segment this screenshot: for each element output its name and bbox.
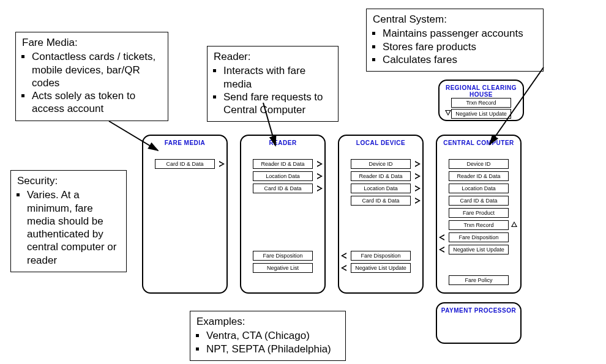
arrow-left-icon	[439, 234, 444, 240]
callout-item: Send fare requests to Central Computer	[223, 91, 332, 117]
callout-fare-media: Fare Media: Contactless cards / tickets,…	[15, 32, 168, 121]
slot-negative-list-update: Negative List Update	[351, 263, 411, 273]
callout-item: Calculates fares	[383, 53, 537, 66]
callout-item: Acts solely as token to access account	[32, 89, 162, 116]
callout-central-system: Central System: Maintains passenger acco…	[366, 9, 544, 72]
callout-item: NPT, SEPTA (Philadelphia)	[206, 343, 339, 355]
slot-card-id-data: Card ID & Data	[155, 159, 215, 169]
module-title: READER	[241, 139, 324, 146]
callout-item: Stores fare products	[383, 40, 537, 53]
module-title: CENTRAL COMPUTER	[437, 139, 520, 146]
arrow-up-icon	[511, 221, 517, 227]
slot-fare-disposition: Fare Disposition	[351, 251, 411, 261]
callout-title: Central System:	[373, 13, 537, 26]
module-title: PAYMENT PROCESSOR	[437, 307, 520, 314]
module-local-device: LOCAL DEVICE Device ID Reader ID & Data …	[338, 135, 424, 294]
arrow-right-icon	[415, 185, 421, 191]
callout-title: Reader:	[214, 50, 332, 63]
slot-reader-id-data: Reader ID & Data	[351, 171, 411, 181]
callout-title: Fare Media:	[22, 36, 162, 49]
slot-reader-id-data: Reader ID & Data	[253, 159, 313, 169]
arrow-right-icon	[219, 161, 225, 167]
callout-security: Security: Varies. At a minimum, fare med…	[10, 170, 127, 272]
slot-location-data: Location Data	[253, 171, 313, 181]
module-title: REGIONAL CLEARING HOUSE	[440, 84, 523, 98]
slot-reader-id-data: Reader ID & Data	[449, 171, 509, 181]
slot-fare-disposition: Fare Disposition	[253, 251, 313, 261]
slot-card-id-data: Card ID & Data	[449, 196, 509, 206]
arrow-right-icon	[415, 161, 421, 167]
callout-reader: Reader: Interacts with fare media Send f…	[207, 46, 339, 122]
slot-fare-policy: Fare Policy	[449, 275, 509, 285]
slot-fare-disposition: Fare Disposition	[449, 232, 509, 242]
slot-location-data: Location Data	[449, 184, 509, 193]
callout-title: Examples:	[196, 315, 339, 328]
callout-title: Security:	[17, 174, 120, 187]
slot-negative-list: Negative List	[253, 263, 313, 273]
slot-negative-list-update: Negative List Update	[449, 245, 509, 254]
slot-device-id: Device ID	[449, 159, 509, 169]
arrow-left-icon	[341, 253, 346, 259]
callout-item: Contactless cards / tickets, mobile devi…	[32, 50, 162, 89]
module-reader: READER Reader ID & Data Location Data Ca…	[240, 135, 326, 294]
slot-device-id: Device ID	[351, 159, 411, 169]
module-payment-processor: PAYMENT PROCESSOR	[436, 302, 522, 344]
arrow-right-icon	[317, 161, 323, 167]
callout-item: Maintains passenger accounts	[383, 27, 537, 40]
callout-examples: Examples: Ventra, CTA (Chicago) NPT, SEP…	[190, 311, 346, 361]
slot-location-data: Location Data	[351, 184, 411, 193]
slot-card-id-data: Card ID & Data	[253, 184, 313, 193]
arrow-right-icon	[415, 198, 421, 204]
module-title: LOCAL DEVICE	[339, 139, 422, 146]
slot-card-id-data: Card ID & Data	[351, 196, 411, 206]
callout-item: Ventra, CTA (Chicago)	[206, 329, 339, 342]
callout-item: Interacts with fare media	[223, 64, 332, 91]
slot-negative-list-update: Negative List Update	[451, 109, 511, 119]
slot-trxn-record: Trxn Record	[451, 98, 511, 108]
arrow-down-icon	[445, 110, 451, 116]
arrow-right-icon	[415, 173, 421, 179]
module-fare-media: FARE MEDIA Card ID & Data	[142, 135, 228, 294]
slot-fare-product: Fare Product	[449, 208, 509, 218]
module-title: FARE MEDIA	[143, 139, 226, 146]
arrow-right-icon	[317, 185, 323, 191]
arrow-left-icon	[341, 265, 346, 271]
slot-trxn-record: Trxn Record	[449, 220, 509, 230]
arrow-right-icon	[317, 173, 323, 179]
arrow-left-icon	[439, 247, 444, 253]
callout-item: Varies. At a minimum, fare media should …	[27, 188, 120, 267]
module-central-computer: CENTRAL COMPUTER Device ID Reader ID & D…	[436, 135, 522, 294]
module-regional-clearing-house: REGIONAL CLEARING HOUSE Trxn Record Nega…	[438, 80, 524, 121]
